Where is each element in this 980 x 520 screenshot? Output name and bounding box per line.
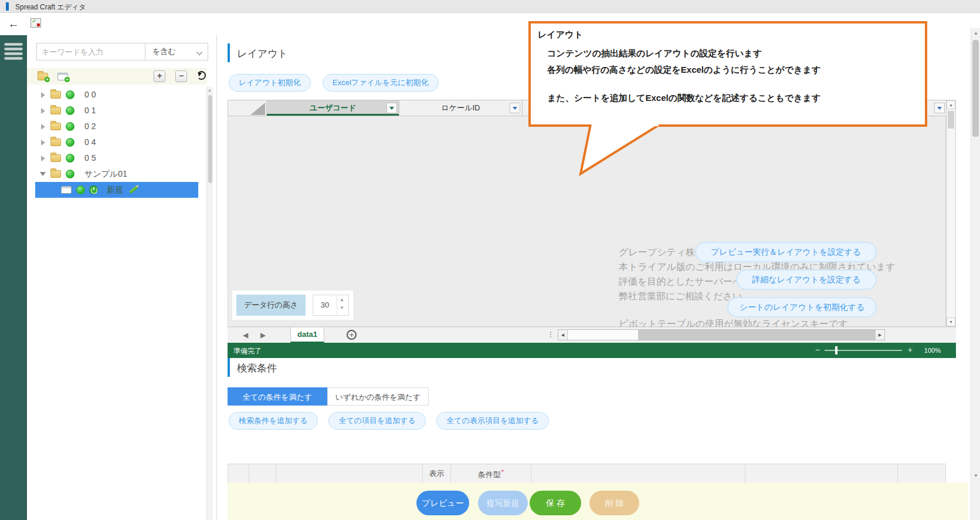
back-button[interactable]: ← bbox=[6, 16, 21, 32]
tree-item-selected[interactable]: 新規 bbox=[35, 182, 198, 198]
tree-item[interactable]: 0 4 bbox=[27, 134, 206, 150]
add-sheet-icon[interactable]: + bbox=[347, 330, 357, 340]
keyword-search-input[interactable] bbox=[36, 43, 145, 60]
refresh-icon[interactable] bbox=[197, 71, 206, 80]
folder-icon bbox=[50, 170, 61, 178]
scroll-right-icon[interactable]: ▶ bbox=[876, 330, 884, 340]
copy-new-button[interactable]: 複写新規 bbox=[478, 491, 528, 515]
column-header-localeid[interactable]: ロケールID bbox=[399, 100, 523, 116]
column-dropdown-icon[interactable] bbox=[510, 103, 520, 113]
sheet-horizontal-scrollbar[interactable]: ◀ ▶ bbox=[558, 329, 885, 340]
spreadsheet-check-icon[interactable] bbox=[30, 18, 41, 28]
app-root: Spread Craft エディタ ← を含む + − bbox=[0, 0, 980, 520]
tree-item[interactable]: 0 1 bbox=[27, 103, 206, 119]
scrollbar-thumb[interactable] bbox=[568, 330, 638, 340]
callout-line: コンテンツの抽出結果のレイアウトの設定を行います bbox=[547, 48, 762, 59]
detailed-layout-button[interactable]: 詳細なレイアウトを設定する bbox=[736, 269, 877, 290]
expand-arrow-icon[interactable] bbox=[41, 156, 45, 161]
delete-button[interactable]: 削 除 bbox=[589, 491, 639, 515]
content-tree-panel: を含む + − 0 0 0 1 bbox=[27, 35, 217, 520]
footer-action-bar: プレビュー 複写新規 保 存 削 除 bbox=[228, 482, 968, 520]
section-accent-bar bbox=[228, 358, 230, 377]
zoom-out-icon[interactable]: − bbox=[815, 345, 820, 354]
expand-all-button[interactable]: + bbox=[154, 70, 165, 82]
add-all-display-items-button[interactable]: 全ての表示項目を追加する bbox=[436, 412, 549, 430]
column-dropdown-icon[interactable] bbox=[386, 103, 397, 113]
collapse-arrow-icon[interactable] bbox=[40, 172, 46, 176]
tab-prev-icon[interactable]: ◀ bbox=[243, 331, 248, 339]
column-dropdown-icon[interactable] bbox=[934, 103, 945, 113]
scroll-left-icon[interactable]: ◀ bbox=[558, 330, 567, 340]
scroll-down-icon[interactable]: ▼ bbox=[974, 473, 978, 478]
layout-init-button[interactable]: レイアウト初期化 bbox=[229, 74, 311, 92]
sheet-tab-data1[interactable]: data1 bbox=[290, 327, 324, 343]
add-folder-icon[interactable] bbox=[38, 73, 48, 80]
zoom-slider[interactable] bbox=[825, 350, 902, 351]
tree-item-expanded[interactable]: サンプル01 bbox=[27, 166, 206, 182]
scroll-down-icon[interactable]: ▼ bbox=[947, 318, 955, 326]
splitter-dots-icon[interactable]: ⋮ bbox=[547, 330, 554, 339]
scrollbar-thumb[interactable] bbox=[972, 40, 979, 137]
column-header-usercode[interactable]: ユーザコード bbox=[267, 100, 399, 116]
expand-arrow-icon[interactable] bbox=[41, 124, 45, 130]
match-any-toggle[interactable]: いずれかの条件を満たす bbox=[327, 387, 429, 406]
scrollbar-thumb[interactable] bbox=[208, 95, 212, 183]
layout-help-callout: レイアウト コンテンツの抽出結果のレイアウトの設定を行います 各列の幅や行の高さ… bbox=[528, 21, 927, 127]
expand-arrow-icon[interactable] bbox=[41, 140, 45, 146]
status-dot-icon bbox=[66, 170, 74, 178]
scroll-up-icon[interactable]: ▲ bbox=[974, 31, 978, 36]
row-height-value[interactable]: 30 bbox=[313, 295, 337, 315]
folder-icon bbox=[50, 107, 61, 114]
callout-title: レイアウト bbox=[538, 29, 583, 40]
add-condition-button[interactable]: 検索条件を追加する bbox=[229, 412, 318, 430]
match-all-toggle[interactable]: 全ての条件を満たす bbox=[228, 387, 327, 406]
match-mode-select[interactable]: を含む bbox=[145, 43, 208, 60]
preview-button[interactable]: プレビュー bbox=[416, 491, 469, 515]
tree-toolbar: + − bbox=[27, 68, 207, 85]
tree-item[interactable]: 0 2 bbox=[27, 119, 206, 134]
callout-line: 各列の幅や行の高さなどの設定をExcelのように行うことができます bbox=[547, 65, 820, 76]
expand-arrow-icon[interactable] bbox=[41, 92, 45, 98]
scrollbar-thumb[interactable] bbox=[948, 111, 954, 129]
excel-init-button[interactable]: Excelファイルを元に初期化 bbox=[323, 74, 439, 92]
sheet-vertical-scrollbar[interactable]: ▲ ▼ bbox=[946, 100, 956, 327]
left-rail bbox=[0, 35, 27, 520]
select-all-corner[interactable] bbox=[228, 100, 267, 116]
tree-item[interactable]: 0 0 bbox=[27, 87, 206, 103]
page-scrollbar[interactable]: ▲ ▼ bbox=[971, 28, 980, 520]
preview-and-layout-button[interactable]: プレビュー実行＆レイアウトを設定する bbox=[695, 242, 877, 262]
scroll-up-icon[interactable]: ▲ bbox=[208, 88, 212, 92]
row-height-label: データ行の高さ bbox=[236, 295, 306, 316]
scroll-up-icon[interactable]: ▲ bbox=[947, 100, 955, 109]
expand-arrow-icon[interactable] bbox=[41, 108, 45, 114]
tree-item[interactable]: 0 5 bbox=[27, 150, 206, 166]
chevron-down-icon bbox=[196, 49, 202, 55]
stepper-down-icon[interactable]: ▼ bbox=[340, 305, 345, 311]
add-content-icon[interactable] bbox=[57, 73, 68, 80]
row-height-stepper[interactable]: 30 ▲ ▼ bbox=[313, 295, 349, 316]
content-tree: 0 0 0 1 0 2 0 4 bbox=[27, 87, 206, 198]
content-icon bbox=[61, 186, 72, 194]
tab-next-icon[interactable]: ▶ bbox=[260, 331, 266, 339]
stepper-up-icon[interactable]: ▲ bbox=[340, 297, 345, 303]
search-conditions-title: 検索条件 bbox=[237, 362, 277, 375]
reset-sheet-layout-button[interactable]: シートのレイアウトを初期化する bbox=[727, 297, 877, 318]
folder-icon bbox=[50, 91, 61, 99]
add-all-items-button[interactable]: 全ての項目を追加する bbox=[328, 412, 426, 430]
required-mark: * bbox=[501, 468, 504, 475]
watermark-line: 評価を目的としたサーバーへの bbox=[619, 276, 752, 288]
window-titlebar: Spread Craft エディタ bbox=[0, 0, 980, 13]
tree-scrollbar[interactable]: ▲ bbox=[206, 87, 213, 520]
row-height-control: データ行の高さ 30 ▲ ▼ bbox=[232, 291, 353, 320]
zoom-slider-thumb[interactable] bbox=[835, 346, 837, 354]
zoom-in-icon[interactable]: + bbox=[908, 345, 913, 354]
collapse-all-button[interactable]: − bbox=[175, 70, 187, 82]
edit-pencil-icon[interactable] bbox=[129, 186, 138, 194]
sheet-status-bar: 準備完了 − + 100% bbox=[228, 343, 956, 358]
status-dot-icon bbox=[76, 185, 85, 194]
power-icon bbox=[89, 185, 98, 194]
menu-toggle-icon[interactable] bbox=[3, 41, 24, 66]
save-button[interactable]: 保 存 bbox=[530, 491, 581, 515]
window-title: Spread Craft エディタ bbox=[15, 2, 86, 12]
sheet-tab-bar: ◀ ▶ data1 + ⋮ ◀ ▶ bbox=[228, 327, 956, 343]
